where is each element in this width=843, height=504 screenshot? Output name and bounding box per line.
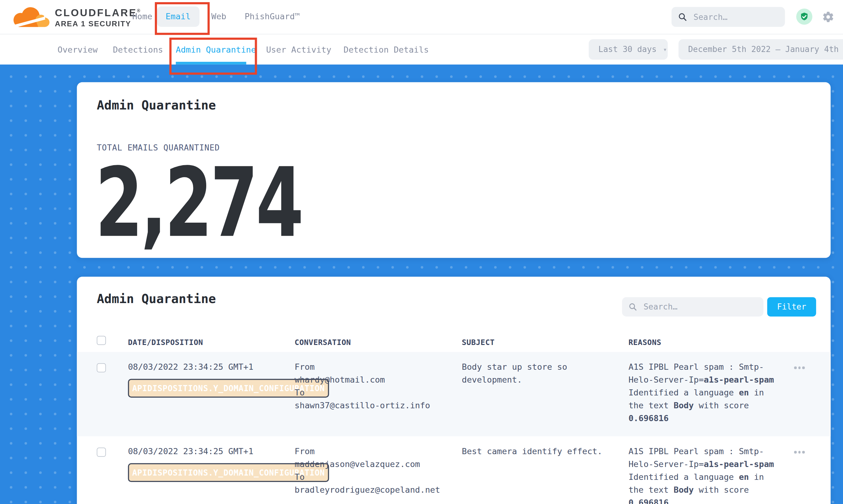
search-icon <box>629 303 637 311</box>
table-rows: 08/03/2022 23:34:25 GMT+1 APIDISPOSITION… <box>77 352 830 504</box>
active-tab-underline <box>176 62 246 65</box>
row-conversation: From maddenjason@velazquez.com To bradle… <box>295 445 440 497</box>
subnav-item-admin-quarantine[interactable]: Admin Quarantine <box>176 45 256 55</box>
table-card-title: Admin Quarantine <box>97 292 216 306</box>
protection-status-badge[interactable] <box>796 8 812 25</box>
column-header-subject: SUBJECT <box>462 338 494 346</box>
brand-name: CLOUDFLARE® <box>55 7 140 17</box>
stats-card-title: Admin Quarantine <box>97 98 216 112</box>
to-address: bradleyrodriguez@copeland.net <box>295 484 440 496</box>
column-header-date-disposition: DATE/DISPOSITION <box>128 338 203 346</box>
from-address: maddenjason@velazquez.com <box>295 458 440 471</box>
row-reasons: A1S IPBL Pearl spam : Smtp-Helo-Server-I… <box>629 361 786 425</box>
quarantine-table-card: Admin Quarantine Filter DATE/DISPOSITION… <box>77 277 830 504</box>
table-row: 08/03/2022 23:34:25 GMT+1 APIDISPOSITION… <box>77 436 830 504</box>
topnav-item-email[interactable]: Email <box>157 6 199 27</box>
subnav-item-overview[interactable]: Overview <box>57 45 98 55</box>
page-content: Admin Quarantine TOTAL EMAILS QUARANTINE… <box>0 65 843 504</box>
table-header: DATE/DISPOSITION CONVERSATION SUBJECT RE… <box>77 336 830 352</box>
column-header-reasons: REASONS <box>629 338 661 346</box>
to-label: To <box>295 471 440 484</box>
row-subject: Body star up store so development. <box>462 361 615 386</box>
row-date: 08/03/2022 23:34:25 GMT+1 <box>128 447 253 456</box>
column-header-conversation: CONVERSATION <box>295 338 351 346</box>
topnav-item-phishguard[interactable]: PhishGuard™ <box>245 12 300 22</box>
row-actions-menu[interactable] <box>794 366 805 369</box>
table-search-input[interactable] <box>643 302 747 312</box>
table-row: 08/03/2022 23:34:25 GMT+1 APIDISPOSITION… <box>77 352 830 436</box>
row-date: 08/03/2022 23:34:25 GMT+1 <box>128 362 253 372</box>
row-conversation: From whardy@hotmail.com To shawn37@casti… <box>295 361 430 412</box>
to-label: To <box>295 386 430 399</box>
row-subject: Best camera identify effect. <box>462 445 615 458</box>
subnav-item-detection-details[interactable]: Detection Details <box>344 45 429 55</box>
subnav-item-detections[interactable]: Detections <box>113 45 163 55</box>
app-window: CLOUDFLARE® AREA 1 SECURITY Home Email W… <box>0 0 843 504</box>
cloudflare-cloud-icon <box>10 3 53 31</box>
topnav-item-web[interactable]: Web <box>211 12 226 22</box>
row-checkbox[interactable] <box>97 363 106 373</box>
total-quarantined-value: 2,274 <box>95 155 301 251</box>
subnav-item-user-activity[interactable]: User Activity <box>266 45 331 55</box>
to-address: shawn37@castillo-ortiz.info <box>295 399 430 412</box>
brand-subtitle: AREA 1 SECURITY <box>55 20 140 27</box>
top-nav: CLOUDFLARE® AREA 1 SECURITY Home Email W… <box>0 0 843 34</box>
shield-check-icon <box>800 12 809 22</box>
filter-button[interactable]: Filter <box>767 297 816 317</box>
quarantine-stats-card: Admin Quarantine TOTAL EMAILS QUARANTINE… <box>77 82 830 258</box>
global-search <box>672 7 785 27</box>
topnav-item-home[interactable]: Home <box>132 12 152 22</box>
row-reasons: A1S IPBL Pearl spam : Smtp-Helo-Server-I… <box>629 445 786 504</box>
email-sub-nav: Overview Detections Admin Quarantine Use… <box>0 34 843 64</box>
chevron-down-icon: ▾ <box>663 46 667 53</box>
global-search-input[interactable] <box>692 12 775 22</box>
settings-button[interactable] <box>822 11 834 23</box>
table-search <box>622 297 763 317</box>
select-all-checkbox[interactable] <box>97 336 106 345</box>
date-range-preset-dropdown[interactable]: Last 30 days ▾ <box>589 39 668 60</box>
search-icon <box>678 12 687 21</box>
row-checkbox[interactable] <box>97 448 106 457</box>
row-actions-menu[interactable] <box>794 451 805 453</box>
cloudflare-logo[interactable]: CLOUDFLARE® AREA 1 SECURITY <box>10 3 140 31</box>
from-label: From <box>295 361 430 373</box>
gear-icon <box>822 11 834 23</box>
date-range-display[interactable]: December 5th 2022 — January 4th 2023 <box>679 39 843 60</box>
from-address: whardy@hotmail.com <box>295 373 430 386</box>
from-label: From <box>295 445 440 458</box>
